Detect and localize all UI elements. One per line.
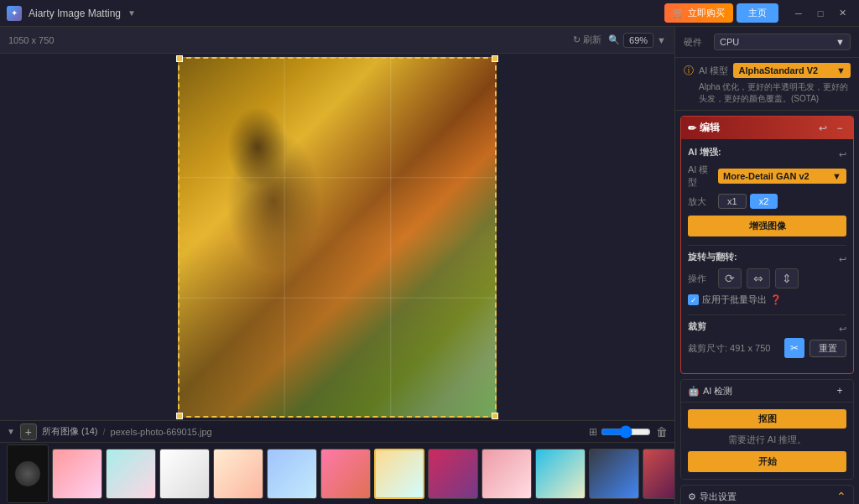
ai-model-field-row: AI 模型 More-Detail GAN v2 ▼ (688, 164, 846, 189)
apply-batch-checkbox[interactable]: ✓ (688, 294, 699, 305)
list-item[interactable] (428, 449, 478, 499)
ai-model-select[interactable]: AlphaStandard V2 ▼ (733, 63, 851, 78)
operation-buttons: ⟳ ⇔ ⇕ (718, 268, 846, 288)
canvas-viewport[interactable] (0, 54, 674, 420)
export-expand-icon[interactable]: ⌃ (836, 490, 846, 503)
ai-model-field-value: More-Detail GAN v2 (723, 171, 810, 181)
list-item[interactable] (267, 449, 317, 499)
list-item[interactable] (643, 449, 674, 499)
chevron-down-icon: ▼ (836, 37, 845, 47)
ai-model-section: ⓘ AI 模型 AlphaStandard V2 ▼ Alpha 优化，更好的半… (675, 58, 859, 111)
collapse-button[interactable]: − (833, 122, 846, 135)
divider-1 (688, 245, 846, 246)
list-item[interactable] (106, 449, 156, 499)
close-button[interactable]: ✕ (832, 5, 852, 22)
list-item[interactable] (159, 449, 210, 499)
delete-button[interactable]: 🗑 (656, 425, 668, 439)
list-item[interactable] (320, 449, 371, 499)
list-item[interactable] (52, 449, 102, 499)
cat-image (178, 57, 497, 418)
minimize-button[interactable]: ─ (789, 5, 809, 22)
help-icon[interactable]: ❓ (770, 294, 782, 305)
filmstrip-header: ▼ + 所有图像 (14) / pexels-photo-669015.jpg … (0, 421, 674, 443)
rotate-section: 旋转与翻转: ↩ 操作 ⟳ ⇔ ⇕ ✓ (688, 251, 846, 306)
chevron-down-icon: ▼ (832, 171, 841, 181)
list-item[interactable] (589, 449, 639, 499)
list-item-active[interactable] (374, 449, 424, 499)
cart-icon: 🛒 (673, 8, 685, 18)
main-button[interactable]: 主页 (737, 3, 778, 23)
edit-panel-title: ✏ 编辑 (688, 121, 720, 135)
ai-model-label: AI 模型 (699, 65, 728, 77)
search-icon: 🔍 (608, 34, 620, 45)
maximize-button[interactable]: □ (810, 5, 830, 22)
list-item[interactable] (535, 449, 586, 499)
enhance-reset-icon[interactable]: ↩ (839, 149, 846, 160)
crop-reset-button[interactable]: 重置 (810, 340, 846, 357)
crop-reset-icon[interactable]: ↩ (839, 324, 846, 335)
ai-enhance-title: AI 增强: (688, 146, 721, 158)
zoom-field-row: 放大 x1 x2 (688, 194, 846, 209)
list-item[interactable] (482, 449, 532, 499)
edit-panel-body: AI 增强: ↩ AI 模型 More-Detail GAN v2 ▼ 放大 (681, 139, 853, 373)
start-button[interactable]: 开始 (688, 451, 846, 472)
zoom-control: 🔍 69% ▼ (608, 33, 666, 48)
zoom-value[interactable]: 69% (623, 33, 653, 48)
add-image-button[interactable]: + (20, 423, 37, 440)
zoom-buttons: x1 x2 (718, 194, 846, 209)
zoom-field-label: 放大 (688, 195, 713, 208)
hardware-select[interactable]: CPU ▼ (714, 34, 851, 50)
ai-detect-header: 🤖 AI 检测 + (681, 380, 853, 403)
current-file-label: pexels-photo-669015.jpg (111, 427, 212, 437)
rotate-left-button[interactable]: ⟳ (718, 268, 742, 288)
edit-icon: ✏ (688, 122, 696, 134)
list-item[interactable] (7, 444, 49, 503)
grid-view-button[interactable]: ⊞ (589, 426, 597, 438)
divider-2 (688, 314, 846, 315)
expand-icon[interactable]: ▼ (7, 427, 15, 436)
refresh-icon: ↻ (573, 34, 580, 45)
list-item[interactable] (213, 449, 263, 499)
ai-detect-add-button[interactable]: + (833, 384, 846, 397)
ai-detect-icon: 🤖 (688, 386, 700, 397)
refresh-button[interactable]: ↻ 刷新 (573, 34, 601, 46)
hardware-value: CPU (720, 37, 739, 47)
undo-button[interactable]: ↩ (816, 122, 830, 135)
detect-hint: 需要进行 AI 推理。 (688, 434, 846, 446)
operation-label: 操作 (688, 273, 713, 285)
separator: / (103, 427, 106, 437)
thumb-size-slider[interactable] (601, 425, 651, 439)
rotate-title: 旋转与翻转: (688, 251, 737, 263)
app-title: Aiarty Image Matting (29, 8, 121, 19)
ai-model-field-select[interactable]: More-Detail GAN v2 ▼ (718, 169, 846, 184)
rotate-reset-icon[interactable]: ↩ (839, 254, 846, 265)
ai-model-description: Alpha 优化，更好的半透明毛发，更好的头发，更好的颜色覆盖。(SOTA) (684, 81, 851, 105)
crop-apply-button[interactable]: ✂ (784, 338, 804, 358)
flip-horizontal-button[interactable]: ⇔ (747, 268, 770, 288)
main-content: 1050 x 750 ↻ 刷新 🔍 69% ▼ (0, 27, 859, 504)
ai-enhance-section: AI 增强: ↩ AI 模型 More-Detail GAN v2 ▼ 放大 (688, 146, 846, 236)
app-icon: ✦ (7, 6, 22, 21)
title-bar: ✦ Aiarty Image Matting ▼ 🛒 立即购买 主页 ─ □ ✕ (0, 0, 859, 27)
checkmark-icon: ✓ (690, 296, 697, 304)
operation-field-row: 操作 ⟳ ⇔ ⇕ (688, 268, 846, 288)
enhance-image-button[interactable]: 增强图像 (688, 216, 846, 236)
crop-size-row: 裁剪尺寸: 491 x 750 ✂ 重置 (688, 338, 846, 358)
image-size-label: 1050 x 750 (8, 35, 54, 45)
hardware-label: 硬件 (684, 36, 707, 49)
title-dropdown-icon[interactable]: ▼ (128, 8, 136, 18)
chevron-down-icon[interactable]: ▼ (657, 35, 666, 45)
zoom-2x-button[interactable]: x2 (750, 194, 778, 209)
edit-panel: ✏ 编辑 ↩ − AI 增强: ↩ AI 模型 (680, 116, 854, 374)
crop-title: 裁剪 (688, 320, 706, 333)
info-icon[interactable]: ⓘ (684, 64, 694, 78)
ai-model-value: AlphaStandard V2 (738, 65, 818, 75)
flip-vertical-button[interactable]: ⇕ (775, 268, 799, 288)
chevron-down-icon: ▼ (836, 65, 846, 75)
buy-button[interactable]: 🛒 立即购买 (664, 3, 733, 23)
ai-detect-title: 🤖 AI 检测 (688, 385, 732, 397)
zoom-1x-button[interactable]: x1 (718, 194, 747, 209)
export-title: ⚙ 导出设置 (688, 491, 737, 503)
filmstrip-thumbs (0, 443, 674, 504)
image-container (178, 57, 497, 418)
